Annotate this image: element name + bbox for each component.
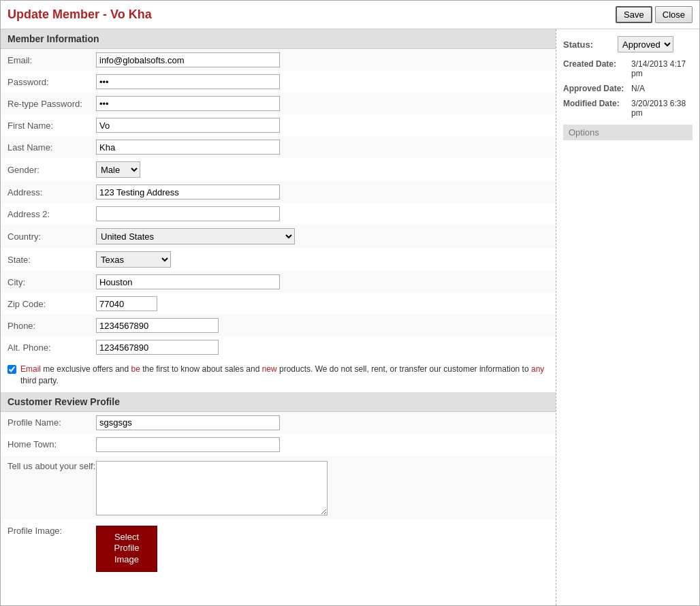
zip-label: Zip Code: — [7, 299, 96, 309]
first-name-label: First Name: — [7, 121, 96, 131]
content-area: Member Information Email: Password: Re-t… — [1, 29, 699, 605]
state-select[interactable]: Texas — [96, 251, 171, 268]
email-optin-checkbox[interactable] — [7, 365, 16, 374]
close-button[interactable]: Close — [655, 6, 693, 23]
address-label: Address: — [7, 187, 96, 197]
email-field[interactable] — [96, 52, 280, 67]
profile-image-label: Profile Image: — [7, 526, 96, 536]
phone-field[interactable] — [96, 318, 219, 333]
title-buttons: Save Close — [616, 6, 693, 23]
alt-phone-field[interactable] — [96, 340, 219, 355]
email-optin-text: Email me exclusive offers and be the fir… — [20, 364, 549, 387]
email-optin-row: Email me exclusive offers and be the fir… — [1, 358, 556, 392]
address2-row: Address 2: — [1, 203, 556, 225]
approved-date-value: N/A — [631, 84, 693, 93]
modified-date-value: 3/20/2013 6:38 pm — [631, 99, 693, 118]
page-title: Update Member - Vo Kha — [7, 7, 152, 22]
retype-password-field[interactable] — [96, 96, 280, 111]
phone-label: Phone: — [7, 321, 96, 331]
state-label: State: — [7, 255, 96, 265]
address-field[interactable] — [96, 185, 280, 200]
modified-date-label: Modified Date: — [563, 99, 631, 118]
created-date-value: 3/14/2013 4:17 pm — [631, 59, 693, 78]
save-button[interactable]: Save — [616, 6, 652, 23]
password-field[interactable] — [96, 74, 280, 89]
title-bar: Update Member - Vo Kha Save Close — [1, 1, 699, 29]
home-town-label: Home Town: — [7, 439, 96, 449]
zip-row: Zip Code: — [1, 293, 556, 315]
member-info-header: Member Information — [1, 29, 556, 49]
page-wrapper: Update Member - Vo Kha Save Close Member… — [0, 0, 700, 606]
main-panel: Member Information Email: Password: Re-t… — [1, 29, 556, 605]
approved-date-row: Approved Date: N/A — [563, 84, 693, 93]
side-panel: Status: Approved Pending Banned Created … — [556, 29, 699, 605]
modified-date-row: Modified Date: 3/20/2013 6:38 pm — [563, 99, 693, 118]
country-select[interactable]: United States — [96, 228, 295, 244]
tell-us-label: Tell us about your self: — [7, 461, 96, 471]
country-label: Country: — [7, 232, 96, 242]
status-row: Status: Approved Pending Banned — [563, 36, 693, 52]
first-name-field[interactable] — [96, 118, 280, 133]
alt-phone-row: Alt. Phone: — [1, 336, 556, 358]
status-label: Status: — [563, 39, 618, 50]
profile-name-row: Profile Name: — [1, 412, 556, 434]
gender-label: Gender: — [7, 165, 96, 175]
tell-us-textarea[interactable] — [96, 461, 328, 515]
email-row: Email: — [1, 49, 556, 71]
home-town-field[interactable] — [96, 437, 280, 452]
address-row: Address: — [1, 181, 556, 203]
address2-field[interactable] — [96, 206, 280, 221]
review-profile-header: Customer Review Profile — [1, 392, 556, 412]
alt-phone-label: Alt. Phone: — [7, 342, 96, 353]
state-row: State: Texas — [1, 248, 556, 271]
zip-field[interactable] — [96, 296, 157, 311]
created-date-row: Created Date: 3/14/2013 4:17 pm — [563, 59, 693, 78]
phone-row: Phone: — [1, 315, 556, 336]
gender-select[interactable]: Male Female — [96, 161, 140, 178]
status-select[interactable]: Approved Pending Banned — [618, 36, 673, 52]
last-name-row: Last Name: — [1, 136, 556, 158]
address2-label: Address 2: — [7, 209, 96, 219]
last-name-field[interactable] — [96, 140, 280, 155]
select-profile-image-button[interactable]: Select Profile Image — [96, 526, 157, 573]
gender-row: Gender: Male Female — [1, 158, 556, 181]
last-name-label: Last Name: — [7, 142, 96, 153]
home-town-row: Home Town: — [1, 434, 556, 456]
city-label: City: — [7, 277, 96, 287]
profile-image-row: Profile Image: Select Profile Image — [1, 519, 556, 582]
password-row: Password: — [1, 71, 556, 93]
email-label: Email: — [7, 55, 96, 65]
password-label: Password: — [7, 77, 96, 87]
retype-password-row: Re-type Password: — [1, 93, 556, 114]
created-date-label: Created Date: — [563, 59, 631, 78]
country-row: Country: United States — [1, 225, 556, 248]
options-header: Options — [563, 125, 693, 140]
profile-name-field[interactable] — [96, 415, 280, 430]
city-row: City: — [1, 271, 556, 293]
first-name-row: First Name: — [1, 114, 556, 136]
tell-us-row: Tell us about your self: — [1, 456, 556, 519]
city-field[interactable] — [96, 274, 280, 289]
profile-name-label: Profile Name: — [7, 417, 96, 428]
retype-password-label: Re-type Password: — [7, 99, 96, 109]
approved-date-label: Approved Date: — [563, 84, 631, 93]
